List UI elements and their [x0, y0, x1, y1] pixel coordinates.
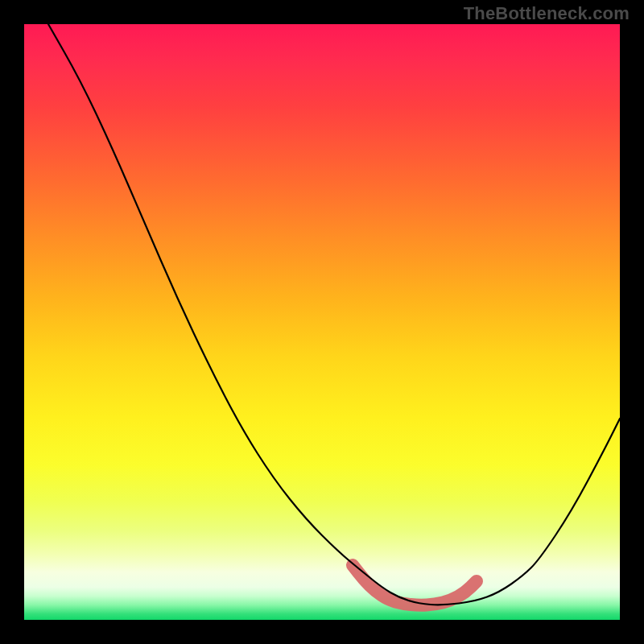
- curves-svg: [24, 24, 620, 620]
- chart-stage: TheBottleneck.com: [0, 0, 644, 644]
- gradient-plot-area: [24, 24, 620, 620]
- curve-path: [48, 24, 620, 605]
- highlight-band-path: [353, 565, 477, 605]
- watermark-text: TheBottleneck.com: [464, 3, 630, 24]
